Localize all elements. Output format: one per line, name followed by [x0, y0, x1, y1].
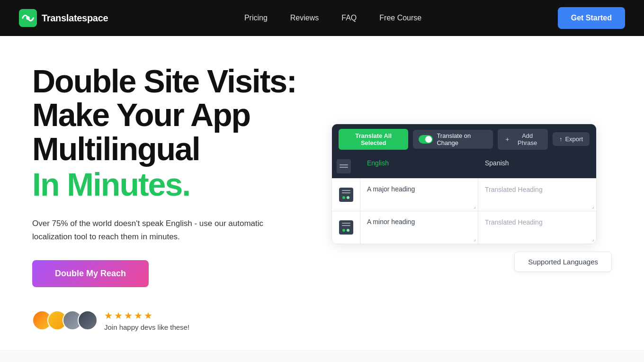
svg-point-1 [26, 16, 30, 20]
app-toolbar: Translate All Selected Translate on Chan… [332, 124, 596, 154]
resize-handle-1: ⌟ [474, 204, 476, 209]
toggle-label: Translate on Change [437, 132, 487, 146]
source-text-1: A major heading [367, 185, 471, 193]
col-empty [332, 154, 360, 178]
nav-links: Pricing Reviews FAQ Free Course [244, 14, 421, 22]
app-screenshot: Translate All Selected Translate on Chan… [331, 124, 597, 244]
double-my-reach-button[interactable]: Double My Reach [32, 260, 149, 287]
hero-visual: Translate All Selected Translate on Chan… [297, 124, 612, 272]
nav-faq[interactable]: FAQ [341, 14, 357, 22]
social-proof: ★ ★ ★ ★ ★ Join happy devs like these! [32, 310, 297, 331]
testimonial-banner: REVIEWS.io experienced a 120% increase i… [0, 350, 644, 362]
star-3: ★ [124, 310, 133, 321]
resize-handle-2: ⌟ [474, 236, 476, 242]
export-icon: ↑ [559, 136, 563, 143]
supported-languages-button[interactable]: Supported Languages [514, 252, 612, 272]
column-header-english: English [360, 154, 478, 178]
toggle-switch[interactable] [419, 135, 433, 144]
star-2: ★ [114, 310, 123, 321]
star-rating: ★ ★ ★ ★ ★ [104, 310, 189, 321]
table-row: A major heading ⌟ Translated Heading ⌟ [332, 178, 596, 211]
hero-content: Double Site Visits: Make Your App Multil… [32, 64, 297, 331]
source-text-2: A minor heading [367, 218, 471, 226]
resize-handle-1b: ⌟ [592, 204, 594, 209]
star-5: ★ [144, 310, 152, 321]
navbar: Translatespace Pricing Reviews FAQ Free … [0, 0, 644, 36]
nav-pricing[interactable]: Pricing [244, 14, 268, 22]
get-started-button[interactable]: Get Started [558, 7, 625, 29]
star-4: ★ [134, 310, 143, 321]
row-translated-1: Translated Heading ⌟ [478, 179, 596, 211]
nav-reviews[interactable]: Reviews [290, 14, 319, 22]
logo-icon [19, 9, 37, 27]
column-header-spanish: Spanish [478, 154, 596, 178]
translated-text-2: Translated Heading [485, 218, 543, 226]
nav-free-course[interactable]: Free Course [379, 14, 421, 22]
plus-icon: ＋ [504, 135, 510, 144]
column-headers: English Spanish [332, 154, 596, 178]
table-row: A minor heading ⌟ Translated Heading ⌟ [332, 211, 596, 244]
row-source-2: A minor heading ⌟ [360, 211, 478, 244]
hero-title-accent: In Minutes. [32, 166, 297, 203]
export-button[interactable]: ↑ Export [553, 132, 590, 146]
translate-all-button[interactable]: Translate All Selected [339, 129, 408, 150]
hero-subtitle: Over 75% of the world doesn't speak Engl… [32, 217, 269, 243]
row-source-1: A major heading ⌟ [360, 179, 478, 211]
social-proof-text: Join happy devs like these! [104, 323, 189, 331]
row-icon-1 [332, 179, 360, 211]
add-phrase-button[interactable]: ＋ Add Phrase [498, 129, 547, 150]
avatar-group [32, 310, 98, 330]
hero-title: Double Site Visits: Make Your App Multil… [32, 64, 297, 203]
logo-link[interactable]: Translatespace [19, 9, 108, 27]
row-icon-2 [332, 211, 360, 244]
translate-on-change-toggle: Translate on Change [413, 130, 493, 149]
row-translated-2: Translated Heading ⌟ [478, 211, 596, 244]
star-1: ★ [104, 310, 113, 321]
logo-text: Translatespace [42, 13, 108, 24]
resize-handle-2b: ⌟ [592, 236, 594, 242]
social-proof-right: ★ ★ ★ ★ ★ Join happy devs like these! [104, 310, 189, 331]
translated-text-1: Translated Heading [485, 186, 543, 193]
hero-section: Double Site Visits: Make Your App Multil… [0, 36, 644, 350]
avatar [78, 310, 98, 330]
